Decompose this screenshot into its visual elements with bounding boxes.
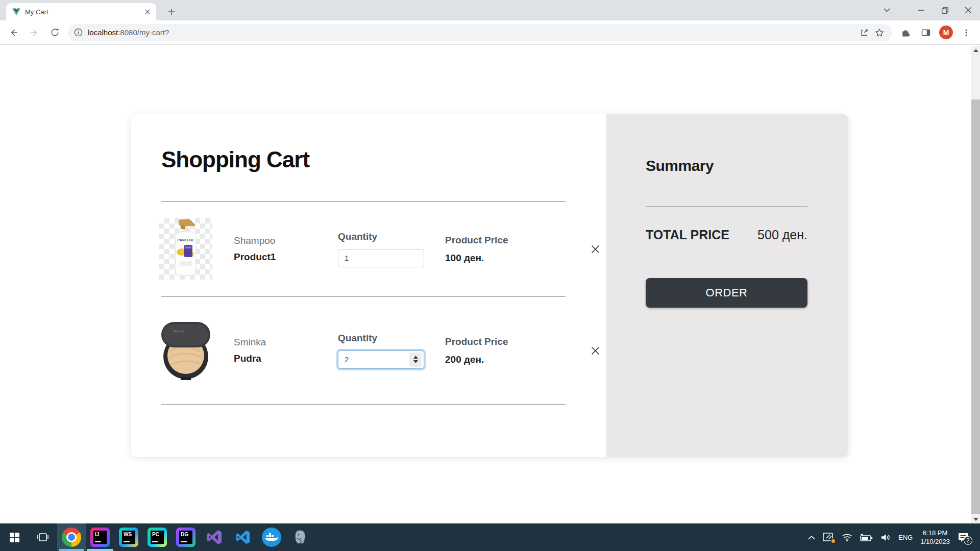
bookmark-star-icon[interactable] — [872, 25, 887, 40]
window-restore-button[interactable] — [933, 0, 957, 20]
summary-divider — [646, 206, 807, 207]
tray-ink-workspace-icon[interactable] — [823, 532, 834, 542]
reload-button[interactable] — [46, 24, 63, 41]
summary-panel: Summary TOTAL PRICE 500 ден. ORDER — [606, 114, 848, 457]
page-content: Shopping Cart PANTENE — [0, 46, 980, 523]
site-info-icon[interactable] — [74, 28, 83, 37]
tray-wifi-icon[interactable] — [842, 533, 852, 542]
vue-favicon — [12, 8, 20, 16]
browser-titlebar: My Cart — [0, 0, 980, 20]
taskbar-intellij-icon[interactable]: IJ — [86, 523, 114, 551]
page-title: Shopping Cart — [161, 147, 606, 172]
browser-toolbar: localhost:8080/my-cart? M — [0, 20, 980, 45]
taskbar-chrome-icon[interactable] — [57, 523, 86, 551]
browser-tab[interactable]: My Cart — [6, 3, 156, 20]
tray-volume-icon[interactable] — [880, 533, 891, 542]
svg-text:Flormar: Flormar — [174, 330, 185, 333]
window-minimize-button[interactable] — [910, 0, 933, 20]
window-menu-chevron-icon[interactable] — [875, 0, 898, 20]
forward-button[interactable] — [26, 24, 43, 41]
quantity-label: Quantity — [338, 333, 445, 344]
taskbar-docker-icon[interactable] — [257, 523, 286, 551]
tray-time: 6:18 PM — [920, 529, 950, 537]
taskbar-vscode-icon[interactable] — [229, 523, 257, 551]
price-label: Product Price — [445, 336, 584, 347]
product-name: Product1 — [234, 252, 333, 263]
url-text: localhost:8080/my-cart? — [88, 28, 856, 37]
quantity-spinner[interactable] — [409, 353, 422, 367]
taskbar-webstorm-icon[interactable]: WS — [114, 523, 143, 551]
price-label: Product Price — [445, 235, 584, 246]
address-bar[interactable]: localhost:8080/my-cart? — [68, 24, 892, 41]
scrollbar-up-arrow[interactable] — [971, 46, 980, 55]
remove-item-icon[interactable] — [584, 238, 606, 260]
tray-battery-icon[interactable] — [860, 533, 873, 541]
side-panel-icon[interactable] — [917, 24, 935, 41]
scrollbar-down-arrow[interactable] — [971, 515, 980, 523]
quantity-label: Quantity — [338, 231, 445, 242]
taskbar-pycharm-icon[interactable]: PC — [143, 523, 172, 551]
extensions-icon[interactable] — [897, 24, 914, 41]
total-price-label: TOTAL PRICE — [646, 228, 729, 242]
cart-card: Shopping Cart PANTENE — [131, 114, 848, 457]
profile-avatar[interactable]: M — [939, 26, 953, 39]
taskbar-datagrip-icon[interactable]: DG — [172, 523, 200, 551]
browser-menu-icon[interactable] — [958, 24, 975, 41]
quantity-input[interactable] — [338, 249, 424, 267]
start-button[interactable] — [0, 523, 29, 551]
summary-title: Summary — [646, 157, 807, 174]
action-center-icon[interactable]: 2 — [958, 532, 969, 542]
cart-divider — [161, 404, 566, 405]
share-icon[interactable] — [856, 25, 872, 40]
scrollbar-thumb[interactable] — [971, 99, 980, 514]
page-scrollbar[interactable] — [971, 46, 980, 523]
tray-language-indicator[interactable]: ENG — [898, 534, 913, 541]
product-category: Shampoo — [234, 235, 333, 246]
windows-taskbar: IJ WS PC DG — [0, 523, 980, 551]
tab-title: My Cart — [25, 8, 143, 16]
new-tab-button[interactable] — [164, 5, 179, 19]
product-image-pudra: Flormar — [159, 320, 212, 381]
taskbar-postgresql-icon[interactable] — [286, 523, 314, 551]
product-price: 100 ден. — [445, 253, 584, 264]
product-name: Pudra — [234, 353, 333, 364]
product-category: Sminka — [234, 337, 333, 348]
tray-date: 1/10/2023 — [920, 537, 950, 546]
svg-text:PANTENE: PANTENE — [178, 238, 194, 242]
remove-item-icon[interactable] — [584, 339, 606, 362]
total-price-value: 500 ден. — [757, 228, 807, 242]
tab-close-icon[interactable] — [143, 7, 152, 16]
order-button[interactable]: ORDER — [646, 278, 807, 308]
tray-chevron-up-icon[interactable] — [808, 535, 815, 540]
product-image-shampoo: PANTENE — [159, 218, 212, 280]
task-view-button[interactable] — [29, 523, 57, 551]
back-button[interactable] — [5, 24, 22, 41]
cart-item-row: Flormar Sminka Pudra Quantity — [131, 297, 606, 404]
taskbar-visualstudio-icon[interactable] — [200, 523, 229, 551]
cart-item-row: PANTENE Shampoo Product1 Quantity — [131, 202, 606, 296]
notification-dot — [830, 538, 836, 544]
tray-clock[interactable]: 6:18 PM 1/10/2023 — [920, 529, 950, 546]
notification-badge: 2 — [964, 536, 972, 545]
product-price: 200 ден. — [445, 354, 584, 365]
window-close-button[interactable] — [957, 0, 980, 20]
cart-section: Shopping Cart PANTENE — [131, 114, 606, 457]
